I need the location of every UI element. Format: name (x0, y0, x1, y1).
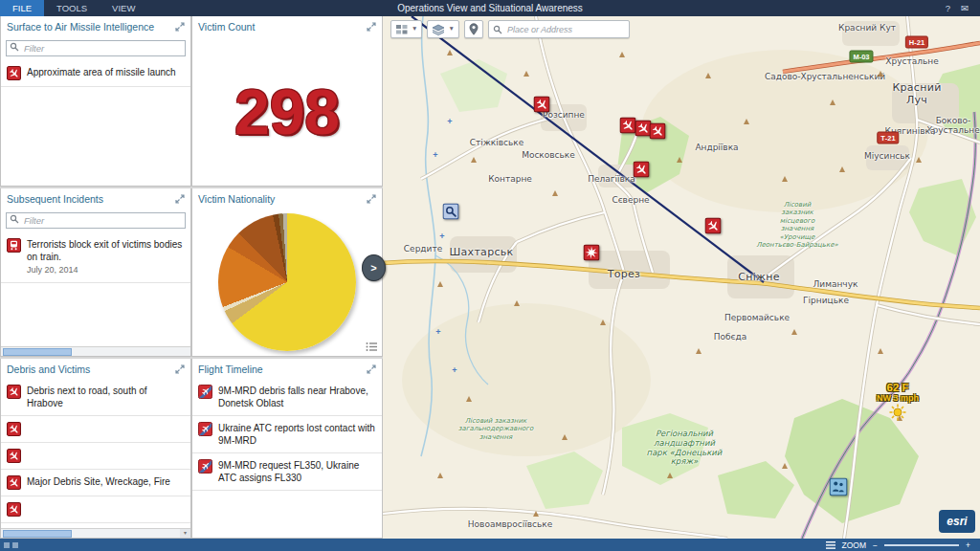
missile-filter (6, 38, 186, 56)
map[interactable]: Красний КутХрустальнеСадово-Хрустальненс… (383, 16, 980, 539)
poi-triangle-icon (782, 463, 788, 469)
zoom-in-button[interactable]: + (966, 540, 970, 550)
map-search-box (488, 20, 630, 38)
map-label: Контарне (488, 174, 532, 184)
map-label: Садово-Хрустальненський (765, 72, 885, 81)
expand-icon[interactable] (175, 194, 185, 204)
expand-icon[interactable] (367, 364, 376, 374)
menu-view[interactable]: VIEW (100, 0, 147, 16)
flight-event-icon (198, 385, 212, 399)
panel-victim-count: Victim Count 298 (191, 16, 383, 187)
missile-filter-input[interactable] (6, 40, 186, 56)
basemap-button[interactable]: ▼ (390, 20, 422, 38)
map-annotations: Красний КутХрустальнеСадово-Хрустальненс… (383, 16, 980, 539)
crash-marker[interactable] (705, 218, 722, 234)
esri-logo[interactable]: esri (939, 510, 975, 533)
people-marker[interactable] (830, 478, 848, 496)
poi-cross-icon: + (452, 365, 457, 375)
panel-debris-victims: Debris and Victims Debris next to road, … (0, 359, 191, 539)
panel-title-debris: Debris and Victims (7, 364, 90, 375)
timeline-item-label: 9M-MRD debris falls near Hrabove, Donets… (218, 385, 376, 409)
pin-button[interactable] (464, 20, 483, 38)
mail-icon[interactable]: ✉ (961, 3, 969, 13)
poi-triangle-icon (466, 396, 472, 402)
search-marker[interactable] (443, 204, 459, 220)
expand-icon[interactable] (367, 22, 376, 32)
incidents-filter (6, 210, 186, 229)
map-label: Красний Луч (885, 82, 948, 106)
map-label: Сєверне (612, 195, 649, 205)
poi-triangle-icon (744, 119, 749, 124)
crash-marker[interactable] (634, 162, 650, 178)
poi-triangle-icon (667, 473, 673, 478)
debris-item[interactable] (1, 416, 190, 443)
menu-icon[interactable] (826, 541, 835, 549)
debris-icon (7, 385, 21, 399)
horizontal-scrollbar[interactable] (1, 528, 190, 538)
timeline-item[interactable]: Ukraine ATC reports lost contact with 9M… (192, 416, 382, 453)
crash-marker[interactable] (650, 123, 666, 140)
debris-item[interactable]: Major Debris Site, Wreckage, Fire (1, 470, 190, 496)
poi-triangle-icon (533, 511, 539, 517)
basemap-grid-icon (395, 24, 409, 35)
map-label: Шахтарськ (449, 247, 513, 259)
debris-item-label: Major Debris Site, Wreckage, Fire (27, 475, 170, 488)
panel-title-victim-nationality: Victim Nationality (198, 193, 275, 205)
search-icon (493, 25, 502, 34)
expand-icon[interactable] (175, 364, 185, 374)
esri-label: esri (947, 515, 967, 528)
expand-icon[interactable] (175, 22, 185, 32)
scrollbar-thumb[interactable] (3, 530, 72, 538)
panel-victim-nationality: Victim Nationality (191, 188, 383, 357)
horizontal-scrollbar[interactable] (1, 346, 190, 356)
map-toolbar: ▼ ▼ (390, 20, 630, 38)
panel-subsequent-incidents: Subsequent Incidents Terrorists block ex… (0, 188, 191, 357)
zoom-control: ZOOM − + (826, 540, 980, 550)
expand-icon[interactable] (367, 194, 376, 204)
poi-triangle-icon (916, 157, 922, 163)
window-dots (4, 542, 18, 548)
menu-tools[interactable]: TOOLS (44, 0, 100, 16)
poi-cross-icon: + (447, 117, 452, 126)
list-item-train-incident[interactable]: Terrorists block exit of victims bodies … (1, 232, 190, 283)
debris-item[interactable] (1, 443, 190, 470)
map-label: Сердите (404, 244, 442, 253)
zoom-slider[interactable] (884, 544, 959, 546)
train-incident-icon (7, 238, 21, 253)
scroll-down-arrow[interactable]: ▾ (180, 529, 190, 538)
zoom-out-button[interactable]: − (873, 540, 878, 550)
debris-item[interactable] (1, 496, 190, 523)
zoom-label: ZOOM (842, 540, 867, 550)
panel-title-victim-count: Victim Count (198, 21, 255, 33)
timeline-item[interactable]: 9M-MRD request FL350, Ukraine ATC assign… (192, 453, 382, 491)
incidents-filter-input[interactable] (6, 212, 186, 229)
menu-file[interactable]: FILE (0, 0, 44, 16)
help-icon[interactable]: ? (946, 3, 950, 13)
timeline-item[interactable]: 9M-MRD debris falls near Hrabove, Donets… (192, 379, 382, 416)
map-search-input[interactable] (505, 24, 625, 35)
poi-triangle-icon (705, 73, 711, 78)
map-label: Новоамвросіївське (468, 519, 552, 529)
list-view-icon[interactable] (366, 342, 377, 352)
poi-triangle-icon (696, 348, 702, 354)
map-label: Московське (522, 150, 575, 160)
poi-triangle-icon (523, 71, 529, 77)
window-dot[interactable] (4, 542, 10, 548)
debris-icon (7, 449, 21, 463)
explosion-marker[interactable] (584, 245, 600, 261)
victim-nationality-pie[interactable] (218, 213, 356, 351)
list-item-missile-launch[interactable]: Approximate area of missile launch (1, 60, 190, 87)
layers-button[interactable]: ▼ (427, 20, 458, 38)
map-label: Хрустальне (885, 56, 938, 66)
panel-collapse-expander[interactable]: > (362, 254, 386, 281)
scrollbar-thumb[interactable] (3, 348, 72, 356)
poi-triangle-icon (839, 166, 845, 172)
map-label: Боково- Хрустальне (926, 116, 979, 136)
debris-item[interactable]: Debris next to road, south of Hrabove (1, 379, 190, 416)
bottom-bar: ZOOM − + (0, 539, 980, 551)
crash-marker[interactable] (620, 118, 636, 134)
window-dot[interactable] (12, 542, 18, 548)
crash-marker[interactable] (534, 97, 550, 113)
flight-event-icon (198, 422, 212, 436)
map-label: Торез (608, 269, 641, 281)
